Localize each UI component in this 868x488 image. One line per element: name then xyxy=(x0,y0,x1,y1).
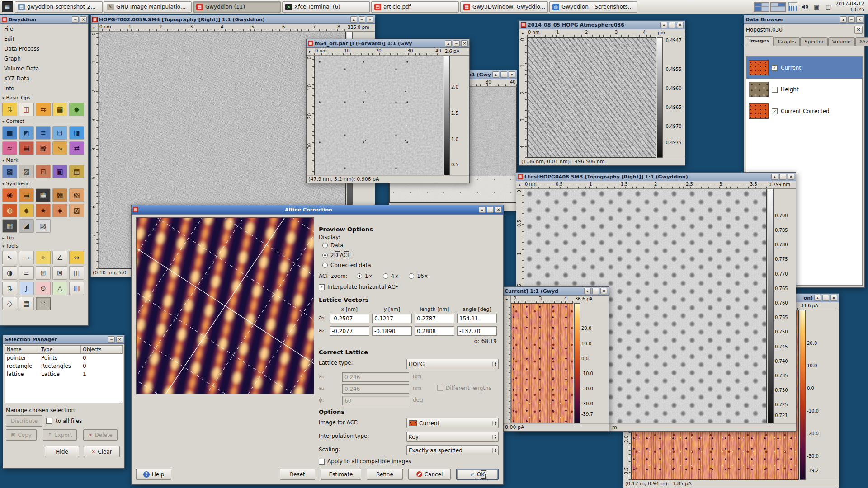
table-row[interactable]: lattice Lattice 1 xyxy=(5,370,123,378)
toolbox-icon[interactable]: ◫ xyxy=(19,103,34,116)
radio-display-2d-acf[interactable]: 2D ACF xyxy=(322,252,500,258)
corner-menu-button[interactable] xyxy=(503,296,511,303)
hide-button[interactable]: Hide xyxy=(45,446,79,457)
acf-preview-image[interactable] xyxy=(136,217,314,394)
toolbox-icon[interactable]: ⊡ xyxy=(36,165,51,178)
shade-button[interactable] xyxy=(584,288,591,294)
shade-button[interactable] xyxy=(350,16,357,23)
close-button[interactable] xyxy=(509,71,515,78)
cancel-button[interactable]: Cancel xyxy=(408,469,451,480)
shade-button[interactable] xyxy=(445,40,452,47)
toolbox-icon[interactable]: ⇆ xyxy=(36,103,51,116)
menu-item[interactable]: Graph xyxy=(0,54,88,64)
taskbar-window-button[interactable]: ▤ article.pdf xyxy=(371,1,459,13)
tab-graphs[interactable]: Graphs xyxy=(774,37,800,46)
menu-item[interactable]: Info xyxy=(0,84,88,94)
image-for-acf-combo[interactable]: Current xyxy=(406,418,499,428)
table-row[interactable]: rectangle Rectangles 0 xyxy=(5,362,123,370)
titlebar[interactable]: ▦ 2014_08_05 HOPG Atmosphere036 xyxy=(519,21,685,29)
section-tools[interactable]: Tools xyxy=(0,242,88,250)
checkbox-apply-all[interactable]: Apply to all compatible images xyxy=(319,458,500,465)
shade-button[interactable] xyxy=(771,174,778,180)
section-correct[interactable]: Correct xyxy=(0,117,88,125)
a1-angle-input[interactable] xyxy=(457,314,497,323)
toolbox-icon[interactable]: ▤ xyxy=(19,188,34,202)
titlebar[interactable]: ▦ Gwyddion xyxy=(0,15,88,24)
toolbox-icon[interactable]: ◩ xyxy=(19,126,34,140)
lattice-type-combo[interactable]: HOPG xyxy=(406,359,499,369)
close-button[interactable] xyxy=(677,22,684,28)
spm-image-canvas[interactable] xyxy=(314,56,443,175)
window-list-icon[interactable]: ▦ xyxy=(2,1,13,12)
estimate-button[interactable]: Estimate xyxy=(321,469,361,480)
tool-icon[interactable]: ▥ xyxy=(69,282,84,295)
toolbox-icon[interactable]: ▩ xyxy=(2,165,17,178)
radio-display-corrected[interactable]: Corrected data xyxy=(322,262,500,268)
shade-button[interactable] xyxy=(479,206,486,213)
minimize-button[interactable] xyxy=(72,16,79,23)
toolbox-icon[interactable]: ◈ xyxy=(52,204,67,217)
section-mark[interactable]: Mark xyxy=(0,156,88,164)
tool-icon[interactable]: ◫ xyxy=(69,266,84,280)
toolbox-icon[interactable]: ⊟ xyxy=(52,126,67,140)
tool-icon[interactable]: ◑ xyxy=(2,266,17,280)
a2-x-input[interactable] xyxy=(330,326,369,336)
close-button[interactable] xyxy=(788,174,794,180)
minimize-button[interactable] xyxy=(487,206,494,213)
toolbox-icon[interactable]: ▦ xyxy=(19,141,34,155)
clear-button[interactable]: ×Clear xyxy=(84,446,120,457)
workspace-2[interactable] xyxy=(770,2,786,12)
toolbox-icon[interactable]: ◆ xyxy=(19,204,34,217)
taskbar-window-button[interactable]: ▦ Gwyddion (11) xyxy=(193,1,281,13)
toolbox-icon[interactable]: ⇅ xyxy=(2,103,17,116)
menu-item[interactable]: Edit xyxy=(0,34,88,44)
tool-icon[interactable]: ⊞ xyxy=(36,266,51,280)
tool-icon[interactable]: ⊙ xyxy=(36,282,51,295)
list-item-current[interactable]: Current xyxy=(746,57,862,79)
tool-icon[interactable]: ⌖ xyxy=(36,251,51,264)
interpolation-type-combo[interactable]: Key xyxy=(406,432,499,442)
column-header-objects[interactable]: Objects xyxy=(81,346,123,353)
titlebar[interactable]: Selection Manager xyxy=(3,335,124,344)
system-monitor-icon[interactable] xyxy=(788,2,797,11)
visibility-checkbox[interactable] xyxy=(772,65,778,71)
list-item-current-corrected[interactable]: Current Corrected xyxy=(746,100,862,122)
clock[interactable]: 2017-08-12 13:25 xyxy=(835,1,866,13)
spm-image-canvas[interactable] xyxy=(511,303,573,423)
toolbox-icon[interactable]: ▦ xyxy=(2,219,17,233)
toolbox-icon[interactable]: ▣ xyxy=(52,165,67,178)
toolbox-icon[interactable]: ▩ xyxy=(36,141,51,155)
file-close-button[interactable]: × xyxy=(854,26,863,34)
taskbar-window-button[interactable]: ✎ GNU Image Manipulatio... xyxy=(104,1,192,13)
lattice-a2-input[interactable] xyxy=(342,384,409,394)
tool-icon[interactable]: ↔ xyxy=(69,251,84,264)
menu-item[interactable]: File xyxy=(0,24,88,34)
close-button[interactable] xyxy=(461,40,468,47)
tool-icon[interactable]: ⇅ xyxy=(2,282,17,295)
scaling-combo[interactable]: Exactly as specified xyxy=(406,445,499,455)
refine-button[interactable]: Refine xyxy=(367,469,403,480)
toolbox-icon[interactable]: ◍ xyxy=(2,204,17,217)
to-all-files-checkbox[interactable] xyxy=(46,418,52,424)
notes-icon[interactable]: ▤ xyxy=(824,2,833,11)
toolbox-icon[interactable]: ↘ xyxy=(52,141,67,155)
titlebar[interactable]: ▦ m54_ori.par [I (Forward)] 1:1 (Gwy xyxy=(307,39,469,48)
tool-icon[interactable]: ↖ xyxy=(2,251,17,264)
menu-item[interactable]: Volume Data xyxy=(0,64,88,74)
titlebar[interactable]: ▦ I testHOPG0408.SM3 [Topography [Right]… xyxy=(516,173,796,181)
tool-icon[interactable]: ∷ xyxy=(36,297,51,310)
radio-zoom-16x[interactable] xyxy=(409,273,414,279)
toolbox-icon[interactable]: ▤ xyxy=(69,165,84,178)
tab-xyz[interactable]: XYZ xyxy=(855,37,868,46)
tool-icon[interactable]: ≡ xyxy=(19,266,34,280)
visibility-checkbox[interactable] xyxy=(772,108,778,114)
toolbox-icon[interactable]: ★ xyxy=(36,204,51,217)
tool-icon[interactable]: ∠ xyxy=(52,251,67,264)
minimize-button[interactable] xyxy=(359,16,365,23)
taskbar-window-button[interactable]: > Xfce Terminal (6) xyxy=(282,1,370,13)
shade-button[interactable] xyxy=(660,22,667,28)
checkbox-interpolate-acf[interactable]: Interpolate horizontal ACF xyxy=(319,284,500,290)
a1-x-input[interactable] xyxy=(330,314,369,323)
tool-icon[interactable]: ▤ xyxy=(19,297,34,310)
copy-button[interactable]: ▣Copy xyxy=(6,429,37,441)
